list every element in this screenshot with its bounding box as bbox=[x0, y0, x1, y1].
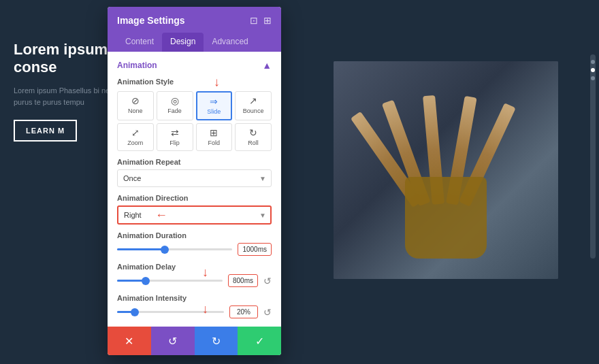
scroll-dot-1 bbox=[591, 60, 595, 64]
zoom-label: Zoom bbox=[127, 139, 143, 146]
duration-slider-thumb[interactable] bbox=[161, 246, 169, 254]
duration-slider-row: 1000ms bbox=[117, 243, 272, 256]
repeat-select-wrapper: Once Loop Never ▼ bbox=[117, 169, 272, 187]
save-icon: ✓ bbox=[255, 335, 264, 348]
none-icon: ⊘ bbox=[131, 96, 140, 105]
panel-title-row: Image Settings ⊡ ⊞ bbox=[117, 15, 272, 26]
anim-style-label: Animation Style bbox=[117, 78, 272, 86]
roll-icon: ↻ bbox=[249, 128, 257, 137]
bread-bag bbox=[405, 177, 487, 259]
duration-slider-fill bbox=[117, 248, 163, 250]
anim-bounce-button[interactable]: ↗ Bounce bbox=[235, 91, 272, 120]
flip-label: Flip bbox=[169, 139, 180, 146]
scroll-dot-3 bbox=[591, 76, 595, 80]
direction-select[interactable]: Right Left Top Bottom bbox=[117, 205, 272, 225]
duration-value: 1000ms bbox=[238, 243, 272, 256]
intensity-slider-track[interactable] bbox=[117, 311, 224, 313]
fold-icon: ⊞ bbox=[210, 128, 218, 137]
duration-slider-track[interactable] bbox=[117, 248, 232, 250]
panel-footer: ✕ ↺ ↻ ✓ bbox=[108, 327, 281, 355]
zoom-icon: ⤢ bbox=[131, 128, 140, 137]
left-content-area: Lorem ipsum conse Lorem ipsum Phasellus … bbox=[14, 41, 123, 142]
undo-button[interactable]: ↺ bbox=[151, 327, 195, 355]
redo-icon: ↻ bbox=[212, 335, 221, 348]
tab-design[interactable]: Design bbox=[162, 33, 204, 52]
direction-select-wrapper: Right Left Top Bottom ▼ bbox=[117, 205, 272, 225]
roll-label: Roll bbox=[248, 139, 259, 146]
image-placeholder bbox=[334, 61, 558, 279]
panel-body: Animation ▲ Animation Style ↑ ⊘ None ◎ F… bbox=[108, 52, 281, 327]
hero-image bbox=[334, 61, 558, 279]
none-label: None bbox=[128, 107, 143, 114]
delay-slider-track[interactable] bbox=[117, 280, 223, 282]
image-settings-panel: Image Settings ⊡ ⊞ Content Design Advanc… bbox=[108, 7, 281, 355]
delay-slider-thumb[interactable] bbox=[142, 277, 150, 285]
anim-slide-button[interactable]: ⇒ Slide bbox=[196, 91, 233, 120]
redo-button[interactable]: ↻ bbox=[195, 327, 238, 355]
slide-icon: ⇒ bbox=[210, 97, 218, 106]
tab-content[interactable]: Content bbox=[117, 33, 162, 52]
save-button[interactable]: ✓ bbox=[238, 327, 281, 355]
cancel-icon: ✕ bbox=[125, 335, 133, 348]
panel-tabs: Content Design Advanced bbox=[117, 33, 272, 52]
anim-flip-button[interactable]: ⇄ Flip bbox=[157, 123, 193, 151]
cancel-button[interactable]: ✕ bbox=[108, 327, 151, 355]
repeat-select[interactable]: Once Loop Never bbox=[117, 169, 272, 187]
panel-header: Image Settings ⊡ ⊞ Content Design Advanc… bbox=[108, 7, 281, 52]
panel-title-icons: ⊡ ⊞ bbox=[250, 15, 272, 26]
anim-fade-button[interactable]: ◎ Fade bbox=[157, 91, 193, 120]
panel-split-icon[interactable]: ⊞ bbox=[263, 15, 272, 26]
section-header: Animation ▲ bbox=[117, 60, 272, 71]
anim-style-container: ↑ ⊘ None ◎ Fade ⇒ Slide bbox=[117, 91, 272, 151]
anim-none-button[interactable]: ⊘ None bbox=[117, 91, 154, 120]
bounce-icon: ↗ bbox=[249, 96, 257, 105]
intensity-label: Animation Intensity bbox=[117, 294, 272, 302]
direction-label: Animation Direction bbox=[117, 194, 272, 202]
bounce-label: Bounce bbox=[243, 107, 264, 114]
bread-illustration bbox=[378, 82, 514, 259]
slide-label: Slide bbox=[207, 108, 221, 115]
fade-icon: ◎ bbox=[171, 96, 179, 105]
delay-label: Animation Delay bbox=[117, 263, 272, 271]
anim-fold-button[interactable]: ⊞ Fold bbox=[196, 123, 233, 151]
scroll-dot-2 bbox=[591, 68, 595, 72]
slide-arrow-indicator: ↑ bbox=[214, 76, 220, 90]
delay-slider-fill bbox=[117, 280, 144, 282]
scrollbar[interactable] bbox=[590, 54, 596, 259]
delay-reset-button[interactable]: ↺ bbox=[263, 276, 272, 286]
delay-value: 800ms bbox=[228, 274, 258, 287]
flip-icon: ⇄ bbox=[171, 128, 179, 137]
direction-arrow-indicator: ← bbox=[155, 208, 167, 222]
section-collapse-icon[interactable]: ▲ bbox=[262, 60, 272, 71]
intensity-slider-row: 20% ↺ bbox=[117, 305, 272, 318]
anim-zoom-button[interactable]: ⤢ Zoom bbox=[117, 123, 154, 151]
learn-more-button[interactable]: LEARN M bbox=[14, 120, 77, 142]
intensity-slider-thumb[interactable] bbox=[131, 308, 139, 316]
fade-label: Fade bbox=[167, 107, 182, 114]
page-heading: Lorem ipsum conse bbox=[14, 41, 123, 77]
delay-slider-row: 800ms ↺ bbox=[117, 274, 272, 287]
panel-title: Image Settings bbox=[117, 15, 185, 26]
section-title: Animation bbox=[117, 61, 157, 70]
intensity-value: 20% bbox=[229, 305, 258, 318]
direction-row: Right Left Top Bottom ▼ ← bbox=[117, 205, 272, 225]
duration-label: Animation Duration bbox=[117, 231, 272, 239]
panel-fullscreen-icon[interactable]: ⊡ bbox=[250, 15, 258, 26]
anim-style-grid: ⊘ None ◎ Fade ⇒ Slide ↗ Bounce bbox=[117, 91, 272, 151]
anim-roll-button[interactable]: ↻ Roll bbox=[235, 123, 272, 151]
tab-advanced[interactable]: Advanced bbox=[204, 33, 256, 52]
page-body-text: Lorem ipsum Phasellus bi nec purus te pu… bbox=[14, 85, 123, 109]
undo-icon: ↺ bbox=[168, 335, 177, 348]
fold-label: Fold bbox=[208, 139, 221, 146]
repeat-label: Animation Repeat bbox=[117, 158, 272, 166]
intensity-reset-button[interactable]: ↺ bbox=[263, 307, 272, 318]
